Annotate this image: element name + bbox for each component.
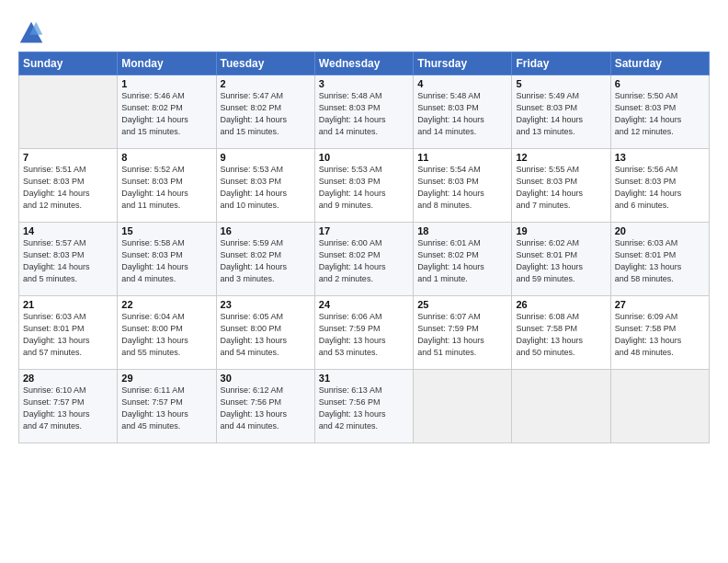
calendar-cell: 7Sunrise: 5:51 AMSunset: 8:03 PMDaylight… [19, 149, 118, 223]
day-number: 16 [221, 225, 311, 236]
calendar-week-3: 14Sunrise: 5:57 AMSunset: 8:03 PMDayligh… [19, 223, 710, 296]
calendar-header: SundayMondayTuesdayWednesdayThursdayFrid… [19, 52, 710, 75]
day-info: Sunrise: 6:09 AMSunset: 7:58 PMDaylight:… [615, 311, 705, 359]
day-info: Sunrise: 6:07 AMSunset: 7:59 PMDaylight:… [417, 311, 507, 359]
day-info: Sunrise: 5:49 AMSunset: 8:03 PMDaylight:… [516, 90, 606, 138]
day-number: 25 [417, 299, 507, 310]
calendar-cell: 4Sunrise: 5:48 AMSunset: 8:03 PMDaylight… [414, 75, 512, 149]
calendar-cell: 15Sunrise: 5:58 AMSunset: 8:03 PMDayligh… [118, 223, 216, 296]
day-number: 28 [23, 373, 113, 384]
calendar-cell: 6Sunrise: 5:50 AMSunset: 8:03 PMDaylight… [610, 75, 709, 149]
logo [18, 20, 48, 46]
day-header-friday: Friday [512, 52, 610, 75]
day-number: 3 [319, 78, 409, 89]
day-number: 21 [23, 299, 113, 310]
day-header-row: SundayMondayTuesdayWednesdayThursdayFrid… [19, 52, 710, 75]
day-info: Sunrise: 6:11 AMSunset: 7:57 PMDaylight:… [121, 385, 211, 432]
day-info: Sunrise: 5:59 AMSunset: 8:02 PMDaylight:… [221, 237, 311, 285]
calendar-cell: 12Sunrise: 5:55 AMSunset: 8:03 PMDayligh… [512, 149, 610, 223]
calendar-cell: 14Sunrise: 5:57 AMSunset: 8:03 PMDayligh… [19, 223, 118, 296]
calendar-cell: 19Sunrise: 6:02 AMSunset: 8:01 PMDayligh… [512, 223, 610, 296]
day-info: Sunrise: 5:56 AMSunset: 8:03 PMDaylight:… [615, 164, 705, 212]
calendar-table: SundayMondayTuesdayWednesdayThursdayFrid… [18, 52, 710, 443]
day-info: Sunrise: 6:05 AMSunset: 8:00 PMDaylight:… [221, 311, 311, 359]
day-info: Sunrise: 5:57 AMSunset: 8:03 PMDaylight:… [23, 237, 113, 285]
page-container: SundayMondayTuesdayWednesdayThursdayFrid… [0, 0, 728, 453]
day-number: 24 [319, 299, 409, 310]
calendar-cell [414, 370, 512, 443]
calendar-week-5: 28Sunrise: 6:10 AMSunset: 7:57 PMDayligh… [19, 370, 710, 443]
day-info: Sunrise: 5:51 AMSunset: 8:03 PMDaylight:… [23, 164, 113, 212]
day-info: Sunrise: 5:53 AMSunset: 8:03 PMDaylight:… [221, 164, 311, 212]
day-number: 12 [516, 152, 606, 163]
day-number: 18 [417, 225, 507, 236]
calendar-cell: 18Sunrise: 6:01 AMSunset: 8:02 PMDayligh… [414, 223, 512, 296]
calendar-cell: 13Sunrise: 5:56 AMSunset: 8:03 PMDayligh… [610, 149, 709, 223]
day-info: Sunrise: 6:01 AMSunset: 8:02 PMDaylight:… [417, 237, 507, 285]
day-number: 7 [23, 152, 113, 163]
day-number: 19 [516, 225, 606, 236]
calendar-cell: 5Sunrise: 5:49 AMSunset: 8:03 PMDaylight… [512, 75, 610, 149]
day-number: 20 [615, 225, 705, 236]
day-info: Sunrise: 5:50 AMSunset: 8:03 PMDaylight:… [615, 90, 705, 138]
day-header-monday: Monday [118, 52, 216, 75]
calendar-week-4: 21Sunrise: 6:03 AMSunset: 8:01 PMDayligh… [19, 296, 710, 370]
day-number: 2 [221, 78, 311, 89]
day-number: 10 [319, 152, 409, 163]
calendar-cell: 8Sunrise: 5:52 AMSunset: 8:03 PMDaylight… [118, 149, 216, 223]
calendar-cell: 26Sunrise: 6:08 AMSunset: 7:58 PMDayligh… [512, 296, 610, 370]
day-info: Sunrise: 5:54 AMSunset: 8:03 PMDaylight:… [417, 164, 507, 212]
day-number: 8 [121, 152, 211, 163]
day-info: Sunrise: 5:53 AMSunset: 8:03 PMDaylight:… [319, 164, 409, 212]
day-number: 26 [516, 299, 606, 310]
header [18, 17, 710, 46]
day-info: Sunrise: 6:13 AMSunset: 7:56 PMDaylight:… [319, 385, 409, 432]
day-info: Sunrise: 6:03 AMSunset: 8:01 PMDaylight:… [615, 237, 705, 285]
day-number: 27 [615, 299, 705, 310]
calendar-cell: 25Sunrise: 6:07 AMSunset: 7:59 PMDayligh… [414, 296, 512, 370]
day-number: 22 [121, 299, 211, 310]
day-info: Sunrise: 6:12 AMSunset: 7:56 PMDaylight:… [221, 385, 311, 432]
day-info: Sunrise: 6:03 AMSunset: 8:01 PMDaylight:… [23, 311, 113, 359]
calendar-cell: 22Sunrise: 6:04 AMSunset: 8:00 PMDayligh… [118, 296, 216, 370]
calendar-week-2: 7Sunrise: 5:51 AMSunset: 8:03 PMDaylight… [19, 149, 710, 223]
day-number: 17 [319, 225, 409, 236]
day-info: Sunrise: 5:48 AMSunset: 8:03 PMDaylight:… [319, 90, 409, 138]
day-info: Sunrise: 5:52 AMSunset: 8:03 PMDaylight:… [121, 164, 211, 212]
calendar-cell: 21Sunrise: 6:03 AMSunset: 8:01 PMDayligh… [19, 296, 118, 370]
calendar-cell [610, 370, 709, 443]
day-info: Sunrise: 5:46 AMSunset: 8:02 PMDaylight:… [121, 90, 211, 138]
day-number: 31 [319, 373, 409, 384]
day-number: 29 [121, 373, 211, 384]
day-number: 14 [23, 225, 113, 236]
calendar-cell: 10Sunrise: 5:53 AMSunset: 8:03 PMDayligh… [314, 149, 413, 223]
calendar-cell: 3Sunrise: 5:48 AMSunset: 8:03 PMDaylight… [314, 75, 413, 149]
day-info: Sunrise: 5:58 AMSunset: 8:03 PMDaylight:… [121, 237, 211, 285]
day-info: Sunrise: 5:47 AMSunset: 8:02 PMDaylight:… [221, 90, 311, 138]
calendar-cell: 27Sunrise: 6:09 AMSunset: 7:58 PMDayligh… [610, 296, 709, 370]
calendar-cell [19, 75, 118, 149]
calendar-body: 1Sunrise: 5:46 AMSunset: 8:02 PMDaylight… [19, 75, 710, 443]
calendar-cell: 28Sunrise: 6:10 AMSunset: 7:57 PMDayligh… [19, 370, 118, 443]
day-number: 15 [121, 225, 211, 236]
calendar-cell: 29Sunrise: 6:11 AMSunset: 7:57 PMDayligh… [118, 370, 216, 443]
day-number: 11 [417, 152, 507, 163]
day-info: Sunrise: 6:10 AMSunset: 7:57 PMDaylight:… [23, 385, 113, 432]
day-info: Sunrise: 6:06 AMSunset: 7:59 PMDaylight:… [319, 311, 409, 359]
day-header-wednesday: Wednesday [314, 52, 413, 75]
calendar-week-1: 1Sunrise: 5:46 AMSunset: 8:02 PMDaylight… [19, 75, 710, 149]
calendar-cell [512, 370, 610, 443]
day-info: Sunrise: 6:08 AMSunset: 7:58 PMDaylight:… [516, 311, 606, 359]
day-header-sunday: Sunday [19, 52, 118, 75]
day-info: Sunrise: 6:04 AMSunset: 8:00 PMDaylight:… [121, 311, 211, 359]
day-info: Sunrise: 5:48 AMSunset: 8:03 PMDaylight:… [417, 90, 507, 138]
day-number: 5 [516, 78, 606, 89]
day-info: Sunrise: 5:55 AMSunset: 8:03 PMDaylight:… [516, 164, 606, 212]
calendar-cell: 2Sunrise: 5:47 AMSunset: 8:02 PMDaylight… [216, 75, 314, 149]
day-header-thursday: Thursday [414, 52, 512, 75]
day-number: 13 [615, 152, 705, 163]
day-number: 6 [615, 78, 705, 89]
day-number: 30 [221, 373, 311, 384]
calendar-cell: 23Sunrise: 6:05 AMSunset: 8:00 PMDayligh… [216, 296, 314, 370]
calendar-cell: 17Sunrise: 6:00 AMSunset: 8:02 PMDayligh… [314, 223, 413, 296]
